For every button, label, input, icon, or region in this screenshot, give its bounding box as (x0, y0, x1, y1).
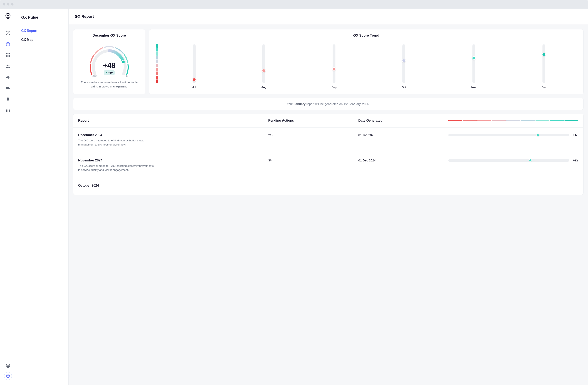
pulse-icon[interactable] (5, 42, 10, 46)
header-report: Report (78, 119, 268, 122)
score-dot (529, 159, 532, 162)
megaphone-icon[interactable] (5, 75, 10, 80)
row-desc: The GX score improved to +48, driven by … (78, 138, 156, 147)
spectrum-segment (448, 120, 462, 121)
chrome-close-dot[interactable] (3, 3, 5, 5)
compass-icon[interactable] (5, 31, 10, 36)
trend-month-label: Dec (542, 86, 546, 89)
submenu-title: GX Pulse (21, 15, 63, 20)
row-score-value: +29 (573, 159, 578, 162)
scale-segment (156, 79, 158, 83)
svg-point-22 (9, 109, 9, 110)
spectrum-segment (536, 120, 549, 121)
next-report-banner: Your January report will be generated on… (73, 98, 584, 110)
svg-point-29 (8, 375, 8, 376)
submenu-item-gx-report[interactable]: GX Report (21, 29, 63, 33)
trend-month-label: Oct (402, 86, 406, 89)
banner-suffix: report will be generated on 1st February… (306, 102, 370, 106)
scale-segment (156, 60, 158, 63)
row-date: 01 Dec 2024 (358, 159, 448, 162)
chrome-minimize-dot[interactable] (7, 3, 9, 5)
gauge-max-label: +100 (122, 75, 127, 78)
header-date: Date Generated (358, 119, 448, 122)
svg-point-21 (7, 109, 8, 110)
svg-rect-6 (7, 53, 8, 54)
report-table-header: Report Pending Actions Date Generated (73, 114, 583, 128)
svg-rect-17 (9, 88, 10, 89)
row-pending: 2/5 (268, 133, 358, 137)
grid-icon[interactable] (5, 53, 10, 58)
trend-month-label: Nov (471, 86, 477, 89)
nav-rail (0, 9, 16, 385)
trend-card-title: GX Score Trend (154, 34, 578, 38)
trend-column: Sep (332, 44, 336, 89)
spectrum-segment (492, 120, 506, 121)
trend-column: Aug (261, 44, 266, 89)
score-desc: The score has improved overall, with not… (78, 81, 140, 89)
row-score-bar: +29 (448, 159, 578, 162)
team-icon[interactable] (5, 108, 10, 113)
row-date: 01 Jan 2025 (358, 133, 448, 137)
row-pending: 3/4 (268, 159, 358, 162)
gauge-delta: +19 (104, 70, 115, 75)
spectrum-segment (565, 120, 578, 121)
svg-rect-7 (9, 53, 10, 54)
row-title: November 2024 (78, 159, 268, 162)
scale-segment (156, 76, 158, 79)
trend-column: Oct (402, 44, 406, 89)
trend-month-label: Sep (332, 86, 336, 89)
svg-point-15 (8, 65, 9, 67)
row-desc: The GX score climbed to +29, reflecting … (78, 164, 156, 172)
trend-month-label: Aug (261, 86, 266, 89)
chrome-zoom-dot[interactable] (11, 3, 14, 5)
trend-track (193, 44, 196, 83)
trend-dot (472, 56, 476, 60)
svg-point-14 (6, 65, 8, 66)
gauge-value: +48 (83, 61, 136, 70)
svg-rect-25 (9, 110, 10, 112)
score-dot (536, 134, 539, 136)
gauge-min-label: -100 (92, 75, 97, 78)
spectrum-segment (477, 120, 491, 121)
trend-months: JulAugSepOctNovDec (162, 44, 576, 89)
report-row[interactable]: October 2024 (73, 178, 583, 195)
svg-rect-5 (6, 53, 7, 54)
trend-dot (262, 69, 266, 72)
svg-point-27 (7, 365, 9, 367)
svg-rect-11 (6, 56, 7, 57)
scale-segment (156, 52, 158, 55)
lightbulb-icon[interactable] (5, 97, 10, 102)
trend-card: GX Score Trend JulAugSepOctNovDec (149, 29, 584, 94)
trend-track (262, 44, 265, 83)
svg-rect-19 (8, 101, 8, 101)
trend-scale (156, 44, 158, 83)
page-title: GX Report (75, 14, 582, 19)
scale-segment (156, 64, 158, 67)
svg-rect-12 (7, 56, 8, 57)
trend-track (333, 44, 336, 83)
trend-dot (402, 59, 406, 63)
help-icon[interactable] (5, 363, 10, 368)
score-track (448, 134, 569, 136)
submenu-item-gx-map[interactable]: GX Map (21, 38, 63, 42)
svg-point-20 (6, 109, 7, 110)
spectrum-segment (463, 120, 477, 121)
row-title: October 2024 (78, 184, 268, 187)
trend-track (402, 44, 405, 83)
score-gauge: +48 +19 -100 +100 (83, 40, 136, 79)
window-chrome (0, 0, 588, 9)
row-title: December 2024 (78, 133, 268, 137)
scale-segment (156, 68, 158, 71)
report-row[interactable]: December 2024The GX score improved to +4… (73, 128, 583, 153)
trend-column: Jul (192, 44, 196, 89)
battery-icon[interactable] (5, 86, 10, 91)
trend-track (543, 44, 545, 83)
scale-segment (156, 56, 158, 59)
report-row[interactable]: November 2024The GX score climbed to +29… (73, 153, 583, 178)
svg-rect-8 (6, 55, 7, 56)
banner-month: January (294, 102, 306, 106)
row-score-bar: +48 (448, 133, 578, 137)
people-icon[interactable] (5, 64, 10, 69)
user-avatar[interactable] (4, 372, 12, 380)
score-card-title: December GX Score (78, 34, 140, 38)
